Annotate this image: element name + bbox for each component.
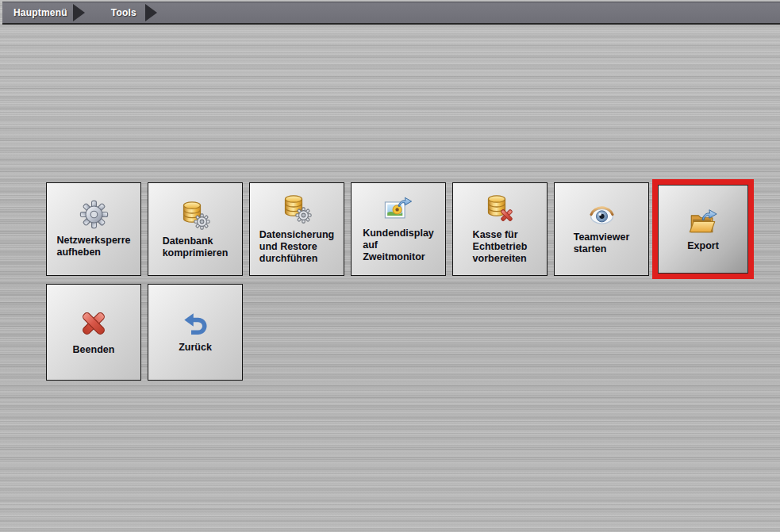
button-kundendisplay-zweitmonitor[interactable]: Kundendisplay auf Zweitmonitor bbox=[351, 182, 446, 276]
button-label: Datensicherung und Restore durchführen bbox=[259, 229, 334, 264]
tools-button-grid: Netzwerksperre aufheben bbox=[46, 182, 751, 381]
button-label: Beenden bbox=[73, 344, 115, 356]
button-label: Export bbox=[687, 240, 719, 252]
button-label: Kasse für Echtbetrieb vorbereiten bbox=[473, 229, 528, 264]
button-kasse-echtbetrieb[interactable]: Kasse für Echtbetrieb vorbereiten bbox=[452, 182, 548, 276]
button-netzwerksperre-aufheben[interactable]: Netzwerksperre aufheben bbox=[46, 182, 141, 276]
button-label: Teamviewer starten bbox=[574, 232, 630, 255]
export-highlight-frame: Export bbox=[652, 179, 754, 279]
database-delete-icon bbox=[485, 193, 515, 224]
database-gear-icon bbox=[180, 200, 210, 230]
button-zurueck[interactable]: Zurück bbox=[148, 284, 243, 381]
tools-screen-background: Hauptmenü Tools bbox=[0, 0, 780, 532]
breadcrumb-arrow-icon bbox=[73, 4, 85, 21]
breadcrumb-arrow-icon bbox=[145, 4, 157, 21]
back-arrow-icon bbox=[183, 312, 209, 336]
database-gear-icon bbox=[282, 193, 312, 224]
button-label: Datenbank komprimieren bbox=[163, 235, 229, 259]
button-export[interactable]: Export bbox=[658, 185, 748, 274]
button-teamviewer-starten[interactable]: Teamviewer starten bbox=[554, 182, 649, 276]
gear-icon bbox=[79, 200, 109, 229]
close-x-icon bbox=[79, 308, 109, 339]
button-label: Netzwerksperre aufheben bbox=[56, 235, 130, 258]
button-datenbank-komprimieren[interactable]: Datenbank komprimieren bbox=[148, 182, 243, 276]
breadcrumb-item-tools[interactable]: Tools bbox=[111, 7, 136, 18]
button-beenden[interactable]: Beenden bbox=[46, 284, 141, 381]
button-label: Kundendisplay auf Zweitmonitor bbox=[363, 228, 434, 262]
button-datensicherung-restore[interactable]: Datensicherung und Restore durchführen bbox=[249, 182, 344, 276]
eye-icon bbox=[587, 204, 617, 226]
breadcrumb-item-hauptmenu[interactable]: Hauptmenü bbox=[13, 7, 67, 18]
image-export-icon bbox=[383, 195, 413, 222]
breadcrumb: Hauptmenü Tools bbox=[2, 2, 780, 25]
button-label: Zurück bbox=[179, 342, 212, 354]
folder-export-icon bbox=[688, 207, 718, 235]
